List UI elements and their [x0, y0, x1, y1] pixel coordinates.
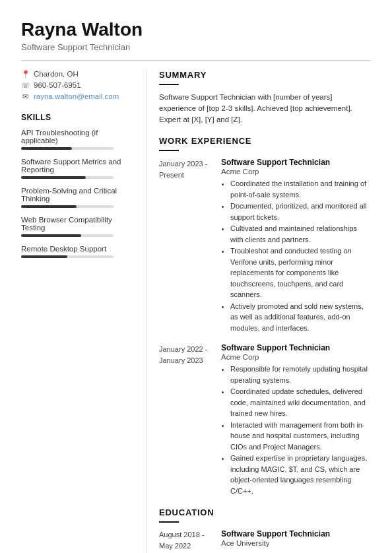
edu-date: August 2018 - May 2022	[159, 529, 213, 551]
location-icon: 📍	[21, 70, 30, 79]
skill-bar-bg	[21, 205, 114, 208]
work-company: Acme Corp	[221, 353, 371, 361]
education-divider	[159, 521, 179, 523]
right-column: SUMMARY Software Support Technician with…	[147, 70, 371, 553]
education-section: EDUCATION August 2018 - May 2022 Softwar…	[159, 507, 371, 553]
resume-page: Rayna Walton Software Support Technician…	[0, 0, 392, 553]
skill-bar-fill	[21, 234, 81, 237]
skill-bar-bg	[21, 147, 114, 150]
work-bullet: Documented, prioritized, and monitored a…	[230, 201, 371, 222]
work-company: Acme Corp	[221, 168, 371, 176]
skill-item: Software Support Metrics and Reporting	[21, 158, 135, 179]
work-bullet: Coordinated the installation and trainin…	[230, 178, 371, 200]
work-bullet: Interacted with management from both in-…	[230, 420, 371, 453]
work-detail: Software Support Technician Acme Corp Co…	[221, 158, 371, 334]
edu-detail: Software Support Technician Ace Universi…	[221, 529, 371, 551]
skill-label: Remote Desktop Support	[21, 245, 135, 253]
skill-bar-bg	[21, 234, 114, 237]
edu-school: Ace University	[221, 539, 371, 547]
skill-item: Remote Desktop Support	[21, 245, 135, 258]
header-divider	[21, 60, 371, 61]
work-bullet: Responsible for remotely updating hospit…	[230, 364, 371, 385]
work-bullet: Troubleshot and conducted testing on Ver…	[230, 245, 371, 300]
candidate-title: Software Support Technician	[21, 42, 371, 52]
skill-bar-bg	[21, 176, 114, 179]
education-entries: August 2018 - May 2022 Software Support …	[159, 529, 371, 553]
work-bullet: Coordinated update schedules, delivered …	[230, 386, 371, 419]
work-entries: January 2023 - Present Software Support …	[159, 158, 371, 497]
work-title: WORK EXPERIENCE	[159, 136, 371, 146]
skill-item: API Troubleshooting (if applicable)	[21, 129, 135, 150]
main-content: 📍 Chardon, OH ☏ 960-507-6951 ✉ rayna.wal…	[21, 70, 371, 553]
work-date: January 2022 - January 2023	[159, 343, 213, 497]
skill-bar-fill	[21, 176, 86, 179]
skills-section-title: SKILLS	[21, 113, 135, 122]
skill-label: Web Browser Compatibility Testing	[21, 216, 135, 232]
contact-location: 📍 Chardon, OH	[21, 70, 135, 79]
skill-item: Problem-Solving and Critical Thinking	[21, 187, 135, 208]
work-bullet: Actively promoted and sold new systems, …	[230, 301, 371, 334]
work-role: Software Support Technician	[221, 158, 371, 167]
work-detail: Software Support Technician Acme Corp Re…	[221, 343, 371, 497]
candidate-name: Rayna Walton	[21, 18, 371, 41]
education-entry: August 2018 - May 2022 Software Support …	[159, 529, 371, 551]
work-bullet: Cultivated and maintained relationships …	[230, 223, 371, 245]
skill-bar-fill	[21, 147, 72, 150]
email-icon: ✉	[21, 92, 30, 101]
skill-item: Web Browser Compatibility Testing	[21, 216, 135, 237]
summary-text: Software Support Technician with [number…	[159, 92, 371, 126]
work-bullet: Gained expertise in proprietary language…	[230, 453, 371, 496]
work-bullets: Responsible for remotely updating hospit…	[221, 364, 371, 496]
contact-email[interactable]: ✉ rayna.walton@email.com	[21, 92, 135, 101]
work-entry: January 2022 - January 2023 Software Sup…	[159, 343, 371, 497]
work-bullets: Coordinated the installation and trainin…	[221, 178, 371, 333]
header: Rayna Walton Software Support Technician	[21, 18, 371, 52]
skill-bar-fill	[21, 255, 67, 258]
skills-list: API Troubleshooting (if applicable) Soft…	[21, 129, 135, 258]
education-title: EDUCATION	[159, 507, 371, 517]
skill-label: API Troubleshooting (if applicable)	[21, 129, 135, 145]
work-role: Software Support Technician	[221, 343, 371, 352]
work-divider	[159, 150, 179, 151]
summary-divider	[159, 84, 179, 85]
phone-icon: ☏	[21, 81, 30, 90]
skill-bar-bg	[21, 255, 114, 258]
work-date: January 2023 - Present	[159, 158, 213, 334]
work-entry: January 2023 - Present Software Support …	[159, 158, 371, 334]
skill-bar-fill	[21, 205, 77, 208]
skill-label: Software Support Metrics and Reporting	[21, 158, 135, 174]
work-experience-section: WORK EXPERIENCE January 2023 - Present S…	[159, 136, 371, 497]
left-column: 📍 Chardon, OH ☏ 960-507-6951 ✉ rayna.wal…	[21, 70, 147, 553]
skill-label: Problem-Solving and Critical Thinking	[21, 187, 135, 203]
contact-phone: ☏ 960-507-6951	[21, 81, 135, 90]
edu-role: Software Support Technician	[221, 529, 371, 538]
summary-section: SUMMARY Software Support Technician with…	[159, 70, 371, 126]
summary-title: SUMMARY	[159, 70, 371, 80]
